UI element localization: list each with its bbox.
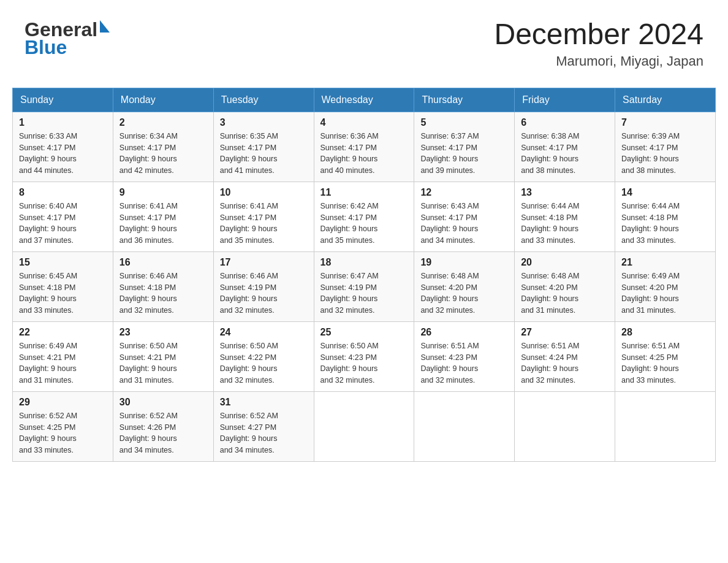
day-number: 11 (320, 187, 408, 198)
day-number: 21 (621, 257, 709, 268)
day-number: 18 (320, 257, 408, 268)
calendar-day-cell: 16Sunrise: 6:46 AMSunset: 4:18 PMDayligh… (113, 251, 213, 321)
day-number: 9 (119, 187, 207, 198)
month-year-title: December 2024 (494, 18, 703, 51)
day-of-week-header: Thursday (414, 88, 515, 112)
calendar-day-cell: 11Sunrise: 6:42 AMSunset: 4:17 PMDayligh… (314, 182, 414, 251)
calendar-day-cell: 17Sunrise: 6:46 AMSunset: 4:19 PMDayligh… (213, 251, 314, 321)
calendar-day-cell: 5Sunrise: 6:37 AMSunset: 4:17 PMDaylight… (414, 112, 515, 182)
day-info: Sunrise: 6:33 AMSunset: 4:17 PMDaylight:… (19, 131, 107, 177)
day-info: Sunrise: 6:48 AMSunset: 4:20 PMDaylight:… (420, 270, 508, 316)
calendar-week-row: 1Sunrise: 6:33 AMSunset: 4:17 PMDaylight… (13, 112, 716, 182)
day-info: Sunrise: 6:37 AMSunset: 4:17 PMDaylight:… (420, 131, 508, 177)
day-info: Sunrise: 6:51 AMSunset: 4:25 PMDaylight:… (621, 340, 709, 386)
calendar-day-cell: 4Sunrise: 6:36 AMSunset: 4:17 PMDaylight… (314, 112, 414, 182)
day-of-week-header: Saturday (615, 88, 716, 112)
calendar-day-cell: 25Sunrise: 6:50 AMSunset: 4:23 PMDayligh… (314, 321, 414, 391)
day-of-week-header: Monday (113, 88, 213, 112)
calendar-day-cell: 27Sunrise: 6:51 AMSunset: 4:24 PMDayligh… (515, 321, 615, 391)
day-number: 2 (119, 117, 207, 128)
calendar-day-cell: 24Sunrise: 6:50 AMSunset: 4:22 PMDayligh… (213, 321, 314, 391)
calendar-day-cell: 30Sunrise: 6:52 AMSunset: 4:26 PMDayligh… (113, 391, 213, 461)
day-number: 23 (119, 327, 207, 338)
location-subtitle: Marumori, Miyagi, Japan (494, 53, 703, 69)
calendar-day-cell: 19Sunrise: 6:48 AMSunset: 4:20 PMDayligh… (414, 251, 515, 321)
logo-blue-text: Blue (25, 36, 67, 59)
day-info: Sunrise: 6:52 AMSunset: 4:26 PMDaylight:… (119, 410, 207, 456)
day-info: Sunrise: 6:38 AMSunset: 4:17 PMDaylight:… (521, 131, 609, 177)
day-info: Sunrise: 6:45 AMSunset: 4:18 PMDaylight:… (19, 270, 107, 316)
calendar-day-cell: 23Sunrise: 6:50 AMSunset: 4:21 PMDayligh… (113, 321, 213, 391)
day-number: 20 (521, 257, 609, 268)
day-info: Sunrise: 6:44 AMSunset: 4:18 PMDaylight:… (521, 201, 609, 247)
calendar-day-cell: 15Sunrise: 6:45 AMSunset: 4:18 PMDayligh… (13, 251, 113, 321)
day-number: 7 (621, 117, 709, 128)
day-info: Sunrise: 6:46 AMSunset: 4:19 PMDaylight:… (220, 270, 308, 316)
calendar-header-row: SundayMondayTuesdayWednesdayThursdayFrid… (13, 88, 716, 112)
page-header: General Blue December 2024 Marumori, Miy… (12, 12, 716, 75)
calendar-day-cell: 1Sunrise: 6:33 AMSunset: 4:17 PMDaylight… (13, 112, 113, 182)
day-number: 25 (320, 327, 408, 338)
day-info: Sunrise: 6:50 AMSunset: 4:23 PMDaylight:… (320, 340, 408, 386)
day-number: 14 (621, 187, 709, 198)
calendar-day-cell: 10Sunrise: 6:41 AMSunset: 4:17 PMDayligh… (213, 182, 314, 251)
day-number: 22 (19, 327, 107, 338)
day-number: 10 (220, 187, 308, 198)
day-info: Sunrise: 6:42 AMSunset: 4:17 PMDaylight:… (320, 201, 408, 247)
day-of-week-header: Tuesday (213, 88, 314, 112)
calendar-table: SundayMondayTuesdayWednesdayThursdayFrid… (12, 88, 716, 462)
day-info: Sunrise: 6:49 AMSunset: 4:21 PMDaylight:… (19, 340, 107, 386)
day-info: Sunrise: 6:34 AMSunset: 4:17 PMDaylight:… (119, 131, 207, 177)
day-number: 31 (220, 397, 308, 408)
calendar-day-cell: 13Sunrise: 6:44 AMSunset: 4:18 PMDayligh… (515, 182, 615, 251)
day-number: 27 (521, 327, 609, 338)
calendar-day-cell: 26Sunrise: 6:51 AMSunset: 4:23 PMDayligh… (414, 321, 515, 391)
calendar-day-cell: 22Sunrise: 6:49 AMSunset: 4:21 PMDayligh… (13, 321, 113, 391)
day-number: 5 (420, 117, 508, 128)
calendar-week-row: 29Sunrise: 6:52 AMSunset: 4:25 PMDayligh… (13, 391, 716, 461)
day-info: Sunrise: 6:48 AMSunset: 4:20 PMDaylight:… (521, 270, 609, 316)
calendar-day-cell: 28Sunrise: 6:51 AMSunset: 4:25 PMDayligh… (615, 321, 716, 391)
day-info: Sunrise: 6:41 AMSunset: 4:17 PMDaylight:… (220, 201, 308, 247)
calendar-day-cell (515, 391, 615, 461)
logo-triangle-icon (100, 20, 110, 33)
day-number: 28 (621, 327, 709, 338)
calendar-day-cell: 2Sunrise: 6:34 AMSunset: 4:17 PMDaylight… (113, 112, 213, 182)
calendar-day-cell: 20Sunrise: 6:48 AMSunset: 4:20 PMDayligh… (515, 251, 615, 321)
day-number: 19 (420, 257, 508, 268)
calendar-day-cell: 6Sunrise: 6:38 AMSunset: 4:17 PMDaylight… (515, 112, 615, 182)
day-number: 26 (420, 327, 508, 338)
day-number: 30 (119, 397, 207, 408)
calendar-day-cell: 21Sunrise: 6:49 AMSunset: 4:20 PMDayligh… (615, 251, 716, 321)
calendar-week-row: 8Sunrise: 6:40 AMSunset: 4:17 PMDaylight… (13, 182, 716, 251)
day-number: 29 (19, 397, 107, 408)
day-info: Sunrise: 6:44 AMSunset: 4:18 PMDaylight:… (621, 201, 709, 247)
day-number: 1 (19, 117, 107, 128)
day-info: Sunrise: 6:51 AMSunset: 4:24 PMDaylight:… (521, 340, 609, 386)
day-info: Sunrise: 6:51 AMSunset: 4:23 PMDaylight:… (420, 340, 508, 386)
day-info: Sunrise: 6:52 AMSunset: 4:25 PMDaylight:… (19, 410, 107, 456)
day-number: 24 (220, 327, 308, 338)
calendar-week-row: 22Sunrise: 6:49 AMSunset: 4:21 PMDayligh… (13, 321, 716, 391)
calendar-day-cell: 12Sunrise: 6:43 AMSunset: 4:17 PMDayligh… (414, 182, 515, 251)
calendar-day-cell (314, 391, 414, 461)
day-number: 6 (521, 117, 609, 128)
title-section: December 2024 Marumori, Miyagi, Japan (494, 18, 703, 69)
calendar-day-cell: 31Sunrise: 6:52 AMSunset: 4:27 PMDayligh… (213, 391, 314, 461)
day-info: Sunrise: 6:50 AMSunset: 4:22 PMDaylight:… (220, 340, 308, 386)
day-number: 17 (220, 257, 308, 268)
day-info: Sunrise: 6:39 AMSunset: 4:17 PMDaylight:… (621, 131, 709, 177)
day-of-week-header: Wednesday (314, 88, 414, 112)
day-info: Sunrise: 6:46 AMSunset: 4:18 PMDaylight:… (119, 270, 207, 316)
calendar-week-row: 15Sunrise: 6:45 AMSunset: 4:18 PMDayligh… (13, 251, 716, 321)
calendar-day-cell: 29Sunrise: 6:52 AMSunset: 4:25 PMDayligh… (13, 391, 113, 461)
day-info: Sunrise: 6:40 AMSunset: 4:17 PMDaylight:… (19, 201, 107, 247)
day-number: 13 (521, 187, 609, 198)
day-info: Sunrise: 6:36 AMSunset: 4:17 PMDaylight:… (320, 131, 408, 177)
calendar-day-cell (414, 391, 515, 461)
calendar-day-cell: 7Sunrise: 6:39 AMSunset: 4:17 PMDaylight… (615, 112, 716, 182)
day-info: Sunrise: 6:52 AMSunset: 4:27 PMDaylight:… (220, 410, 308, 456)
calendar-day-cell: 9Sunrise: 6:41 AMSunset: 4:17 PMDaylight… (113, 182, 213, 251)
calendar-day-cell: 3Sunrise: 6:35 AMSunset: 4:17 PMDaylight… (213, 112, 314, 182)
day-number: 3 (220, 117, 308, 128)
